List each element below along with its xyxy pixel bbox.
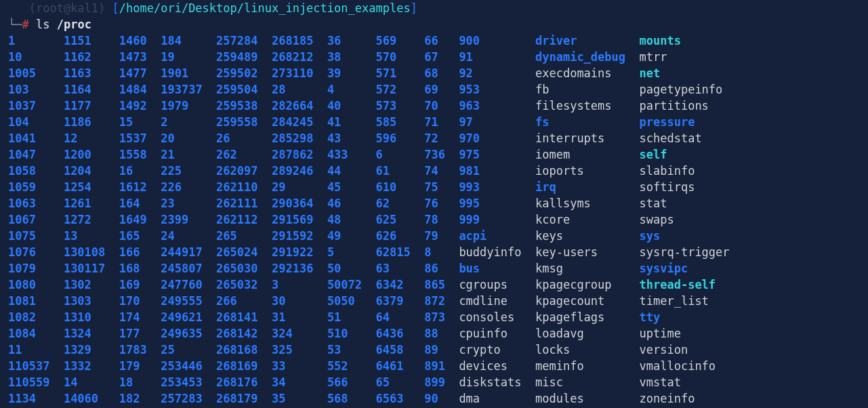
listing-row: 1076 130108 166 244917 265024 291922 5 6… [8,244,860,260]
listing-entry: 625 [376,213,425,226]
listing-entry: 19 [161,50,216,64]
listing-entry: 6342 [376,278,425,291]
listing-entry: 1005 [8,66,64,80]
listing-entry: kpagecgroup [535,278,640,291]
prompt-bracket-open: [ [112,1,119,15]
listing-entry: 736 [424,148,459,161]
listing-entry: dynamic_debug [535,50,640,64]
listing-entry: 571 [376,66,425,80]
listing-entry: 51 [327,310,376,324]
listing-entry: 65 [376,375,425,389]
listing-entry: 993 [459,180,535,194]
listing-entry: 182 [119,392,161,405]
listing-entry: 257284 [216,34,272,47]
listing-entry: 50 [327,262,376,275]
listing-entry: 39 [327,66,376,80]
listing-entry: 20 [161,131,216,145]
listing-entry: sysvipc [640,262,688,275]
listing-entry: 46 [327,197,376,210]
listing-entry: 53 [327,343,376,356]
listing-entry: 265 [216,229,272,243]
listing-row: 1079 130117 168 245807 265030 292136 50 … [8,260,860,277]
listing-entry: 92 [459,66,535,80]
listing-entry: 291569 [272,213,327,226]
listing-entry: 268179 [216,392,272,405]
listing-entry: 510 [327,327,376,340]
listing-entry: 1163 [64,66,119,80]
listing-entry: 110559 [8,375,64,389]
listing-entry: sysrq-trigger [640,245,730,259]
listing-entry: consoles [459,310,535,324]
listing-entry: 975 [459,148,535,161]
listing-entry: 249621 [161,310,216,324]
listing-entry: 91 [459,50,535,64]
listing-entry: self [640,148,667,161]
listing-row: 1081 1303 170 249555 266 30 5050 6379 87… [8,293,860,309]
listing-entry: 184 [161,34,216,47]
listing-entry: 1177 [64,99,119,113]
listing-entry: loadavg [535,327,640,340]
listing-entry: 76 [424,197,459,210]
listing-entry: 259504 [216,83,272,96]
listing-entry: 1081 [8,294,64,308]
listing-entry: 265030 [216,262,272,275]
listing-row: 103 1164 1484 193737 259504 28 4 572 69 … [8,81,860,98]
listing-entry: 1477 [119,66,161,80]
listing-entry: 573 [376,99,425,113]
listing-entry: 79 [424,229,459,243]
listing-entry: 170 [119,294,161,308]
listing-entry: kcore [535,213,640,226]
listing-entry: 1254 [64,180,119,194]
listing-entry: 15 [119,115,161,129]
listing-entry: 166 [119,245,161,259]
listing-entry: 90 [424,392,459,405]
listing-entry: 287862 [272,148,327,161]
terminal-output[interactable]: (root@kal1) [/home/ori/Desktop/linux_inj… [0,0,868,407]
listing-entry: 596 [376,131,425,145]
listing-entry: 268176 [216,375,272,389]
prompt-path: /home/ori/Desktop/linux_injection_exampl… [119,1,411,15]
listing-entry: 29 [272,180,327,194]
listing-entry: interrupts [535,131,640,145]
listing-entry: 5 [327,245,376,259]
listing-entry: 179 [119,359,161,373]
listing-entry: schedstat [640,131,702,145]
listing-entry: meminfo [535,359,640,373]
listing-entry: 78 [424,213,459,226]
listing-row: 1041 12 1537 20 26 285298 43 596 72 970 … [8,130,860,146]
listing-entry: 74 [424,164,459,178]
listing-entry: stat [640,197,667,210]
listing-entry: 569 [376,34,425,47]
listing-entry: 67 [424,50,459,64]
listing-entry: 6563 [376,392,425,405]
listing-row: 1037 1177 1492 1979 259538 282664 40 573… [8,98,860,114]
listing-entry: 1303 [64,294,119,308]
listing-entry: 1084 [8,327,64,340]
listing-entry: 291592 [272,229,327,243]
listing-entry: fs [535,115,640,129]
listing-entry: keys [535,229,640,243]
listing-entry: 31 [272,310,327,324]
listing-entry: 626 [376,229,425,243]
listing-entry: 1484 [119,83,161,96]
listing-entry: softirqs [640,180,695,194]
listing-entry: 61 [376,164,425,178]
listing-entry: 585 [376,115,425,129]
listing-entry: 33 [272,359,327,373]
listing-row: 1058 1204 16 225 262097 289246 44 61 74 … [8,163,860,179]
listing-entry: 225 [161,164,216,178]
listing-entry: 41 [327,115,376,129]
listing-entry: kallsyms [535,197,640,210]
listing-entry: net [640,66,661,80]
listing-entry: 35 [272,392,327,405]
listing-entry: pressure [640,115,695,129]
listing-entry: sys [640,229,661,243]
listing-entry: 25 [161,343,216,356]
listing-entry: 262112 [216,213,272,226]
listing-entry: kpagecount [535,294,640,308]
listing-entry: 63 [376,262,425,275]
listing-entry: 1134 [8,392,64,405]
listing-entry: 1076 [8,245,64,259]
listing-entry: irq [535,180,640,194]
listing-entry: 6436 [376,327,425,340]
